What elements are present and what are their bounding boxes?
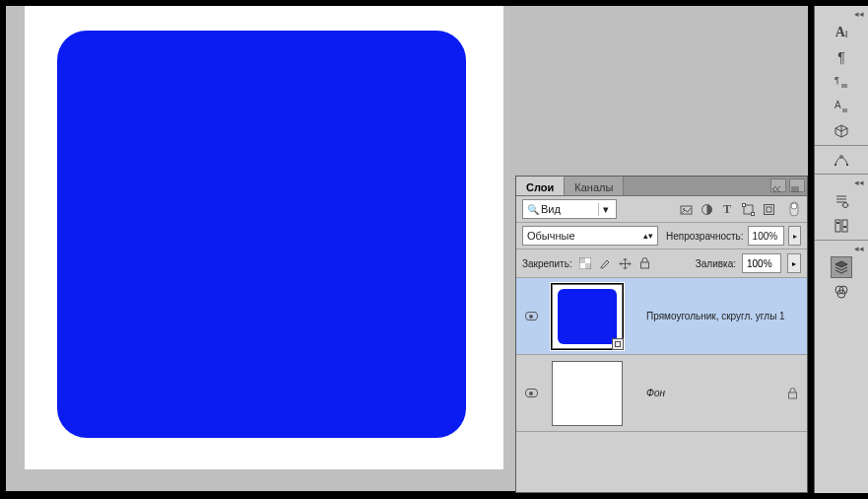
lock-position-icon[interactable] [618, 256, 633, 271]
tab-channels[interactable]: Каналы [565, 177, 624, 195]
shape-rounded-rectangle[interactable] [57, 31, 466, 438]
svg-rect-6 [764, 204, 773, 214]
actions-panel-icon[interactable] [831, 190, 852, 212]
collapse-arrow-icon[interactable]: ◂◂ [854, 244, 864, 253]
svg-rect-19 [835, 164, 836, 166]
layers-list: Прямоугольник, скругл. углы 1 Фон [516, 278, 807, 432]
opacity-input[interactable]: 100% [748, 226, 784, 246]
lock-label: Закрепить: [522, 258, 572, 269]
character-panel-icon[interactable]: A| [831, 22, 852, 43]
opacity-dropdown[interactable]: ▸ [788, 226, 801, 246]
paragraph-panel-icon[interactable]: ¶ [831, 46, 852, 68]
svg-text:A: A [835, 100, 841, 110]
tab-layers[interactable]: Слои [516, 177, 565, 195]
svg-rect-9 [791, 203, 797, 209]
blend-mode-value: Обычные [527, 230, 575, 242]
svg-rect-25 [836, 222, 839, 224]
svg-rect-7 [767, 207, 771, 212]
character-styles-icon[interactable]: A [831, 96, 852, 117]
canvas-area [6, 6, 515, 491]
filter-shape-icon[interactable] [741, 202, 755, 216]
layer-item-shape[interactable]: Прямоугольник, скругл. углы 1 [516, 278, 807, 355]
panel-tabs: Слои Каналы [516, 177, 807, 196]
layer-name[interactable]: Фон [646, 388, 665, 398]
paths-panel-icon[interactable] [831, 149, 852, 171]
layer-filter-select[interactable]: 🔍 Вид ▾ [522, 199, 617, 219]
channels-panel-icon[interactable] [831, 281, 852, 303]
fill-input[interactable]: 100% [742, 253, 781, 273]
vector-mask-badge-icon [612, 338, 624, 350]
filter-adjustment-icon[interactable] [700, 202, 713, 216]
opacity-label: Непрозрачность: [666, 231, 744, 242]
layers-panel: Слои Каналы 🔍 Вид ▾ [515, 176, 808, 493]
filter-toggle-switch[interactable] [787, 202, 801, 216]
svg-rect-5 [751, 212, 754, 215]
svg-rect-20 [846, 164, 848, 166]
layer-thumbnail[interactable] [552, 284, 623, 349]
svg-rect-4 [742, 203, 745, 206]
svg-rect-11 [585, 263, 591, 269]
filter-smartobject-icon[interactable] [762, 202, 775, 216]
3d-panel-icon[interactable] [831, 120, 852, 142]
svg-rect-26 [843, 226, 846, 228]
layers-panel-icon[interactable] [831, 256, 852, 278]
properties-panel-icon[interactable] [831, 215, 852, 237]
blend-mode-select[interactable]: Обычные ▴▾ [522, 226, 658, 246]
svg-rect-12 [585, 257, 591, 263]
lock-pixels-icon[interactable] [598, 256, 613, 271]
fill-label: Заливка: [696, 258, 736, 269]
filter-type-label: Вид [541, 203, 561, 215]
collapse-arrow-icon[interactable]: ◂◂ [854, 178, 864, 187]
panel-region: Слои Каналы 🔍 Вид ▾ [515, 6, 808, 493]
svg-text:¶: ¶ [835, 75, 839, 85]
layer-item-background[interactable]: Фон [516, 355, 807, 432]
filter-type-icon[interactable]: T [720, 202, 734, 216]
filter-row: 🔍 Вид ▾ T [516, 196, 807, 223]
collapse-panel-icon[interactable] [770, 178, 786, 192]
lock-all-icon[interactable] [637, 256, 652, 271]
collapse-arrow-icon[interactable]: ◂◂ [854, 9, 864, 19]
svg-point-22 [843, 203, 848, 208]
fill-dropdown[interactable]: ▸ [787, 253, 801, 273]
chevron-down-icon: ▾ [598, 203, 612, 216]
search-icon: 🔍 [527, 204, 539, 215]
paragraph-styles-icon[interactable]: ¶ [831, 71, 852, 93]
lock-icon[interactable] [787, 388, 799, 399]
svg-rect-10 [579, 257, 585, 263]
side-dock: ◂◂ A| ¶ ¶ A ◂◂ ◂◂ [814, 6, 868, 493]
layer-thumbnail[interactable] [552, 361, 623, 426]
svg-rect-23 [835, 220, 840, 232]
canvas-document[interactable] [25, 6, 503, 469]
layer-name[interactable]: Прямоугольник, скругл. углы 1 [646, 311, 785, 321]
svg-rect-16 [789, 392, 797, 398]
panel-menu-icon[interactable] [789, 178, 805, 192]
filter-pixel-icon[interactable] [679, 202, 693, 216]
svg-rect-21 [840, 156, 842, 158]
svg-rect-13 [579, 263, 585, 269]
visibility-eye-icon[interactable] [525, 389, 538, 397]
blend-row: Обычные ▴▾ Непрозрачность: 100% ▸ [516, 223, 807, 250]
svg-rect-15 [640, 262, 648, 268]
visibility-eye-icon[interactable] [525, 312, 538, 321]
chevron-updown-icon: ▴▾ [643, 231, 653, 241]
lock-transparent-icon[interactable] [578, 256, 593, 271]
lock-row: Закрепить: Заливка: 100% ▸ [516, 250, 807, 278]
